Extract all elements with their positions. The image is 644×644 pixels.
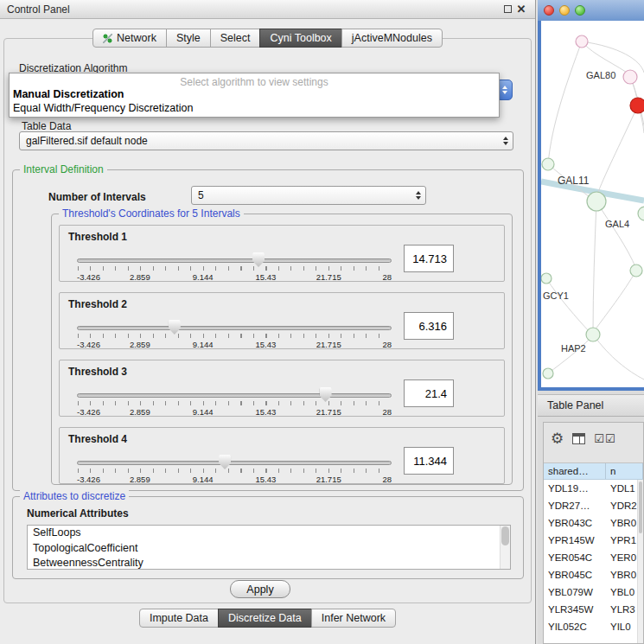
- threshold-slider[interactable]: -3.4262.8599.14415.4321.71528: [77, 454, 392, 485]
- dropdown-placeholder: Select algorithm to view settings: [10, 73, 499, 87]
- network-node[interactable]: [541, 273, 552, 284]
- tab-select[interactable]: Select: [210, 29, 261, 48]
- threshold-slider[interactable]: -3.4262.8599.14415.4321.71528: [77, 386, 392, 418]
- cell-name: YBR0: [606, 570, 637, 580]
- network-node[interactable]: [542, 158, 554, 170]
- column-header-shared-name[interactable]: shared…: [544, 463, 606, 479]
- attribute-item[interactable]: BetweennessCentrality: [28, 556, 510, 570]
- thresholds-list: Threshold 1 -3.4262.8599.14415.4321.7152…: [52, 225, 512, 494]
- slider-ruler-ticks: [78, 401, 391, 405]
- threshold-value-box[interactable]: 14.713: [404, 245, 454, 272]
- attributes-scrollbar[interactable]: [500, 526, 510, 569]
- scrollbar-thumb[interactable]: [639, 481, 642, 533]
- tab-label: Infer Network: [322, 612, 386, 624]
- network-node[interactable]: [576, 35, 588, 48]
- network-node[interactable]: [623, 70, 637, 84]
- combo-down-arrow-icon: [502, 91, 507, 94]
- cell-shared-name: YPR145W: [544, 535, 606, 545]
- network-node[interactable]: [586, 328, 600, 341]
- dropdown-option-equal-width-frequency[interactable]: Equal Width/Frequency Discretization: [10, 101, 499, 115]
- slider-track[interactable]: [77, 461, 392, 465]
- tab-infer-network[interactable]: Infer Network: [311, 609, 396, 628]
- apply-button[interactable]: Apply: [230, 580, 290, 598]
- attribute-item[interactable]: SelfLoops: [28, 526, 510, 541]
- slider-scale: -3.4262.8599.14415.4321.71528: [77, 475, 392, 485]
- table-row[interactable]: YER054C YER0: [544, 549, 637, 566]
- close-traffic-light-icon[interactable]: [544, 5, 554, 16]
- node-label-gal11: GAL11: [558, 175, 590, 187]
- cell-name: YBL0: [606, 587, 637, 597]
- threshold-card: Threshold 4 -3.4262.8599.14415.4321.7152…: [59, 427, 505, 484]
- table-row[interactable]: YIL052C YIL0: [544, 618, 637, 635]
- cell-shared-name: YER054C: [544, 552, 606, 563]
- network-node[interactable]: [638, 207, 644, 220]
- tab-discretize-data[interactable]: Discretize Data: [218, 609, 312, 628]
- axis-tick-label: 2.859: [130, 340, 150, 349]
- select-columns-icon[interactable]: ☑☑: [594, 433, 615, 444]
- threshold-value-box[interactable]: 11.344: [404, 447, 454, 475]
- scrollbar-thumb[interactable]: [501, 526, 509, 545]
- axis-tick-label: 28: [382, 407, 392, 417]
- table-row[interactable]: YPR145W YPR1: [544, 532, 637, 549]
- attribute-item[interactable]: TopologicalCoefficient: [28, 541, 510, 557]
- interval-definition-title: Interval Definition: [20, 163, 107, 175]
- columns-icon[interactable]: [572, 433, 585, 444]
- slider-scale: -3.4262.8599.14415.4321.71528: [77, 272, 392, 283]
- table-row[interactable]: YBL079W YBL0: [544, 583, 637, 601]
- zoom-traffic-light-icon[interactable]: [575, 5, 585, 16]
- table-row[interactable]: YBR045C YBR0: [544, 566, 637, 583]
- tab-style[interactable]: Style: [166, 29, 211, 48]
- tab-network[interactable]: Network: [92, 29, 167, 48]
- axis-tick-label: 21.715: [316, 407, 341, 417]
- table-scrollbar[interactable]: [637, 480, 643, 643]
- network-node[interactable]: [587, 192, 606, 211]
- slider-thumb[interactable]: [219, 455, 231, 469]
- table-row[interactable]: YDR27… YDR2: [544, 497, 637, 514]
- threshold-slider[interactable]: -3.4262.8599.14415.4321.71528: [77, 252, 392, 283]
- threshold-value-box[interactable]: 6.316: [404, 312, 454, 340]
- float-window-icon[interactable]: [501, 3, 514, 16]
- slider-thumb[interactable]: [169, 320, 181, 335]
- network-canvas[interactable]: GAL80 GAL11 GAL4 GCY1 HAP2: [541, 21, 644, 387]
- table-row[interactable]: YLR345W YLR3: [544, 601, 637, 618]
- minimize-traffic-light-icon[interactable]: [559, 5, 570, 16]
- gear-icon[interactable]: ⚙: [551, 431, 564, 446]
- slider-track[interactable]: [77, 326, 392, 330]
- cell-name: YDL1: [606, 483, 637, 494]
- network-graph[interactable]: GAL80 GAL11 GAL4 GCY1 HAP2: [541, 21, 644, 387]
- tab-impute-data[interactable]: Impute Data: [139, 609, 219, 628]
- dropdown-option-manual-discretization[interactable]: Manual Discretization: [10, 87, 499, 101]
- table-toolbar: ⚙ ☑☑: [544, 423, 643, 454]
- axis-tick-label: 28: [382, 475, 392, 484]
- cell-shared-name: YBR043C: [544, 518, 606, 528]
- slider-ruler-ticks: [78, 266, 391, 271]
- close-icon[interactable]: ✕: [514, 3, 528, 16]
- slider-thumb[interactable]: [320, 387, 332, 402]
- network-node[interactable]: [630, 265, 642, 277]
- tab-jactivemnodules[interactable]: jActiveMNodules: [341, 29, 443, 48]
- tab-cyni-toolbox[interactable]: Cyni Toolbox: [259, 29, 341, 48]
- network-node-selected[interactable]: [630, 98, 644, 113]
- table-row[interactable]: YBR043C YBR0: [544, 514, 637, 532]
- table-panel-header[interactable]: Table Panel: [538, 394, 644, 417]
- axis-tick-label: -3.426: [77, 272, 100, 282]
- threshold-label: Threshold 2: [68, 298, 127, 310]
- node-label-gal4: GAL4: [605, 219, 629, 229]
- algorithm-dropdown: Select algorithm to view settings Manual…: [9, 73, 500, 118]
- slider-thumb[interactable]: [252, 252, 265, 267]
- combo-up-arrow-icon: [502, 86, 507, 89]
- cell-shared-name: YDR27…: [544, 501, 606, 511]
- threshold-value-box[interactable]: 21.4: [404, 379, 454, 407]
- slider-track[interactable]: [77, 258, 392, 263]
- slider-track[interactable]: [77, 393, 392, 398]
- table-data-select[interactable]: galFiltered.sif default node: [19, 131, 513, 150]
- bottom-tab-bar: Impute DataDiscretize DataInfer Network: [0, 609, 535, 628]
- threshold-slider[interactable]: -3.4262.8599.14415.4321.71528: [77, 319, 392, 350]
- column-header-name[interactable]: n: [606, 463, 643, 479]
- axis-tick-label: 2.859: [130, 475, 150, 484]
- axis-tick-label: 21.715: [316, 272, 341, 282]
- numerical-attributes-list[interactable]: SelfLoopsTopologicalCoefficientBetweenne…: [27, 525, 511, 570]
- network-node[interactable]: [543, 368, 553, 379]
- num-intervals-select[interactable]: 5: [191, 186, 426, 205]
- table-row[interactable]: YDL19… YDL1: [544, 480, 637, 497]
